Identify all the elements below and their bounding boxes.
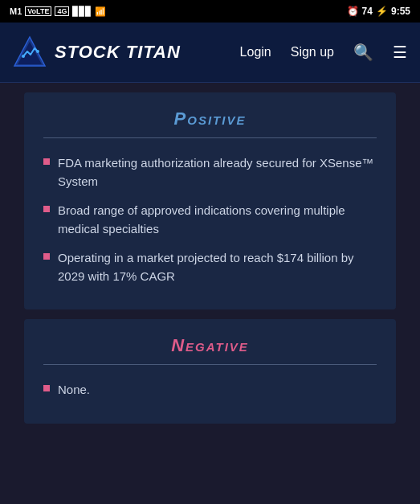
negative-section: Negative None. <box>24 319 396 424</box>
battery-icon: ⚡ <box>376 6 388 17</box>
signal-icon: ▊▊▊ <box>72 6 92 17</box>
list-item: Operating in a market projected to reach… <box>43 249 377 285</box>
brand-logo-icon <box>13 35 47 69</box>
bullet-icon <box>43 206 50 212</box>
list-item: Broad range of approved indications cove… <box>43 202 377 238</box>
bullet-icon <box>43 158 50 165</box>
svg-point-3 <box>36 50 39 53</box>
alarm-icon: ⏰ <box>347 6 359 17</box>
bullet-text: Broad range of approved indications cove… <box>58 202 377 238</box>
negative-bullet-list: None. <box>43 381 377 400</box>
positive-bullet-list: FDA marketing authorization already secu… <box>43 154 377 285</box>
navbar: STOCK TITAN Login Sign up 🔍 ☰ <box>0 23 420 83</box>
positive-section: Positive FDA marketing authorization alr… <box>24 92 396 309</box>
volte-label: VoLTE <box>25 6 51 16</box>
menu-button[interactable]: ☰ <box>393 43 407 62</box>
negative-divider <box>43 364 377 365</box>
wifi-icon: 📶 <box>95 6 106 17</box>
negative-title: Negative <box>43 335 377 356</box>
login-link[interactable]: Login <box>240 45 271 59</box>
search-button[interactable]: 🔍 <box>353 43 373 62</box>
list-item: FDA marketing authorization already secu… <box>43 154 377 191</box>
status-right: ⏰ 74 ⚡ 9:55 <box>347 6 410 17</box>
time-label: 9:55 <box>391 6 410 17</box>
svg-point-2 <box>22 55 25 58</box>
bullet-text: FDA marketing authorization already secu… <box>58 154 377 191</box>
battery-level: 74 <box>362 6 373 17</box>
status-left: M1 VoLTE 4G ▊▊▊ 📶 <box>10 6 106 17</box>
list-item: None. <box>43 381 377 400</box>
status-bar: M1 VoLTE 4G ▊▊▊ 📶 ⏰ 74 ⚡ 9:55 <box>0 0 420 23</box>
navbar-links: Login Sign up 🔍 ☰ <box>240 43 407 62</box>
signup-link[interactable]: Sign up <box>291 45 334 59</box>
brand: STOCK TITAN <box>13 35 181 69</box>
carrier-label: M1 <box>10 6 22 16</box>
network-label: 4G <box>55 6 69 16</box>
bullet-icon <box>43 253 50 260</box>
bullet-text: Operating in a market projected to reach… <box>58 249 377 285</box>
main-content: Positive FDA marketing authorization alr… <box>0 92 420 424</box>
bullet-text: None. <box>58 381 377 400</box>
positive-divider <box>43 137 377 138</box>
bullet-icon <box>43 385 50 391</box>
brand-name: STOCK TITAN <box>55 42 181 63</box>
positive-title: Positive <box>43 109 377 129</box>
